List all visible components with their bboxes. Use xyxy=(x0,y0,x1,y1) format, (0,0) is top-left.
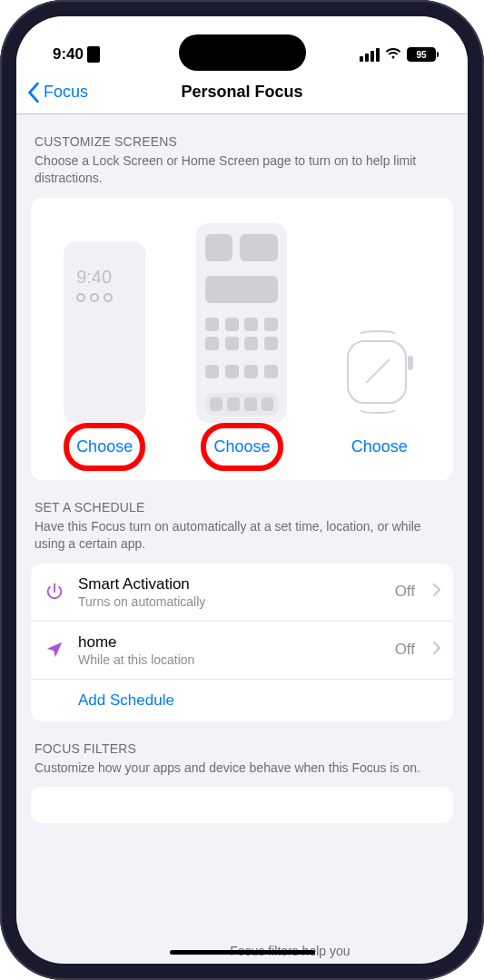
battery-icon: 95 xyxy=(407,47,439,62)
back-button[interactable]: Focus xyxy=(16,83,88,103)
row-value: Off xyxy=(395,583,415,601)
row-body: Smart Activation Turns on automatically xyxy=(78,575,382,609)
customize-screens-card: 9:40 Choose Choose xyxy=(31,198,453,480)
customize-section-title: CUSTOMIZE SCREENS xyxy=(35,134,449,149)
schedule-section-header: SET A SCHEDULE Have this Focus turn on a… xyxy=(16,480,468,556)
add-schedule-row[interactable]: Add Schedule xyxy=(31,680,453,721)
customize-section-header: CUSTOMIZE SCREENS Choose a Lock Screen o… xyxy=(16,114,468,191)
row-body: home While at this location xyxy=(78,633,382,667)
chevron-right-icon xyxy=(433,583,440,600)
lock-screen-option: 9:40 Choose xyxy=(64,241,145,462)
filters-section-desc: Customize how your apps and device behav… xyxy=(35,760,449,777)
back-label: Focus xyxy=(44,83,88,102)
clock-text: 9:40 xyxy=(53,45,84,64)
scroll-content[interactable]: CUSTOMIZE SCREENS Choose a Lock Screen o… xyxy=(16,114,468,946)
filters-section-title: FOCUS FILTERS xyxy=(35,741,449,756)
chevron-left-icon xyxy=(27,83,40,103)
home-indicator[interactable] xyxy=(170,950,315,955)
add-schedule-label: Add Schedule xyxy=(44,691,174,710)
watch-preview xyxy=(339,327,420,417)
choose-lock-screen-button[interactable]: Choose xyxy=(76,432,133,462)
home-screen-option: Choose xyxy=(196,223,287,462)
screens-row: 9:40 Choose Choose xyxy=(42,223,442,462)
row-subtitle: Turns on automatically xyxy=(78,594,382,609)
location-home-row[interactable]: home While at this location Off xyxy=(31,622,453,680)
svg-line-2 xyxy=(377,359,390,372)
lock-preview-time: 9:40 xyxy=(76,267,145,288)
svg-line-3 xyxy=(366,372,377,383)
schedule-section-title: SET A SCHEDULE xyxy=(35,500,449,514)
schedule-section-desc: Have this Focus turn on automatically at… xyxy=(35,518,449,553)
choose-watch-button[interactable]: Choose xyxy=(351,432,408,462)
home-screen-preview xyxy=(196,223,287,423)
row-title: Smart Activation xyxy=(78,575,382,593)
status-time: 9:40 xyxy=(53,45,100,64)
filters-card xyxy=(31,787,453,823)
choose-home-screen-button[interactable]: Choose xyxy=(213,432,270,462)
location-arrow-icon xyxy=(44,640,65,660)
status-indicators: 95 xyxy=(360,45,439,64)
phone-frame: 9:40 95 Focus Personal Focus xyxy=(0,0,484,980)
battery-level: 95 xyxy=(407,47,436,62)
row-subtitle: While at this location xyxy=(78,652,382,667)
customize-section-desc: Choose a Lock Screen or Home Screen page… xyxy=(35,152,449,187)
filters-section-header: FOCUS FILTERS Customize how your apps an… xyxy=(16,721,468,780)
row-title: home xyxy=(78,633,382,652)
chevron-right-icon xyxy=(433,642,440,658)
cellular-icon xyxy=(360,48,380,62)
power-icon xyxy=(44,582,65,602)
row-value: Off xyxy=(395,641,415,659)
wifi-icon xyxy=(385,45,401,64)
screen: 9:40 95 Focus Personal Focus xyxy=(16,16,468,964)
svg-rect-1 xyxy=(408,356,413,370)
navigation-bar: Focus Personal Focus xyxy=(16,71,468,114)
dynamic-island xyxy=(179,34,306,71)
sim-icon xyxy=(87,46,100,63)
schedule-card: Smart Activation Turns on automatically … xyxy=(31,564,453,721)
lock-screen-preview: 9:40 xyxy=(64,241,145,423)
smart-activation-row[interactable]: Smart Activation Turns on automatically … xyxy=(31,564,453,622)
watch-face-option: Choose xyxy=(339,327,420,462)
